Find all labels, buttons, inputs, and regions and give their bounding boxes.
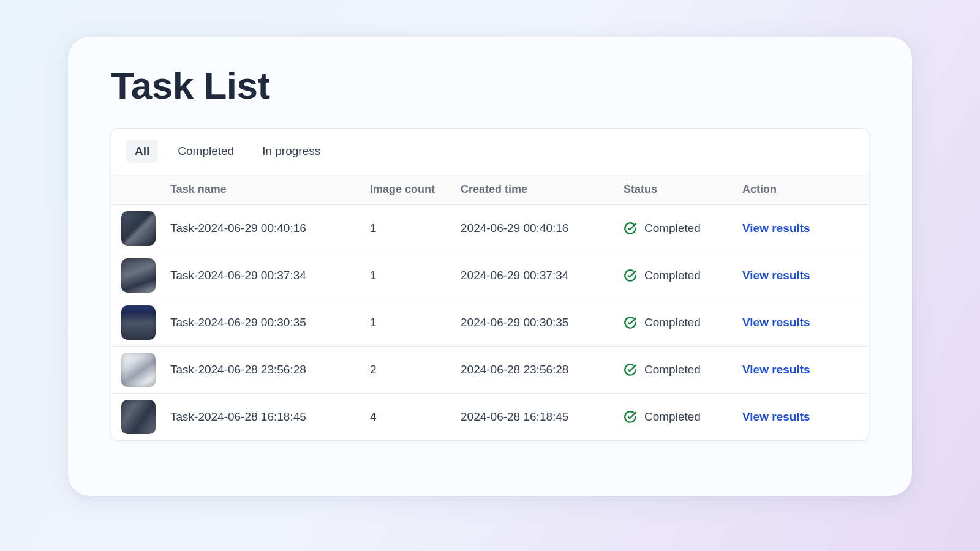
table-row: Task-2024-06-29 00:30:35 1 2024-06-29 00… (111, 299, 869, 347)
image-count-cell: 1 (370, 316, 461, 329)
status-text: Completed (644, 222, 701, 235)
image-count-cell: 2 (370, 363, 461, 377)
tab-in-progress[interactable]: In progress (254, 140, 329, 163)
image-count-cell: 4 (370, 410, 461, 424)
col-task-name: Task name (170, 183, 370, 196)
image-count-cell: 1 (370, 222, 461, 235)
table-row: Task-2024-06-29 00:37:34 1 2024-06-29 00… (111, 252, 869, 299)
status-text: Completed (644, 269, 701, 282)
check-circle-icon (624, 269, 637, 282)
task-thumbnail (121, 258, 156, 293)
col-action: Action (742, 183, 840, 196)
status-text: Completed (644, 363, 701, 377)
status-cell: Completed (624, 410, 742, 424)
check-circle-icon (624, 222, 637, 235)
table-row: Task-2024-06-28 23:56:28 2 2024-06-28 23… (111, 347, 869, 394)
task-thumbnail (121, 353, 156, 387)
task-name-cell: Task-2024-06-29 00:37:34 (170, 269, 370, 282)
created-time-cell: 2024-06-28 23:56:28 (461, 363, 624, 377)
created-time-cell: 2024-06-28 16:18:45 (461, 410, 624, 424)
task-name-cell: Task-2024-06-29 00:30:35 (170, 316, 370, 329)
check-circle-icon (624, 316, 637, 329)
task-name-cell: Task-2024-06-28 16:18:45 (170, 410, 370, 424)
status-text: Completed (644, 316, 701, 329)
check-circle-icon (624, 363, 637, 377)
col-image-count: Image count (370, 183, 461, 196)
status-cell: Completed (624, 269, 742, 282)
view-results-link[interactable]: View results (742, 269, 810, 282)
table-header: Task name Image count Created time Statu… (111, 174, 869, 205)
task-list-card: Task List All Completed In progress Task… (68, 37, 912, 496)
tab-completed[interactable]: Completed (169, 140, 243, 163)
created-time-cell: 2024-06-29 00:37:34 (461, 269, 624, 282)
status-cell: Completed (624, 363, 742, 377)
task-name-cell: Task-2024-06-28 23:56:28 (170, 363, 370, 377)
col-thumbnail (121, 183, 170, 196)
task-table-container: All Completed In progress Task name Imag… (111, 128, 869, 441)
created-time-cell: 2024-06-29 00:30:35 (461, 316, 624, 329)
image-count-cell: 1 (370, 269, 461, 282)
view-results-link[interactable]: View results (742, 410, 810, 423)
status-cell: Completed (624, 316, 742, 329)
table-row: Task-2024-06-28 16:18:45 4 2024-06-28 16… (111, 394, 869, 440)
status-cell: Completed (624, 222, 742, 235)
task-name-cell: Task-2024-06-29 00:40:16 (170, 222, 370, 235)
task-thumbnail (121, 211, 156, 246)
table-row: Task-2024-06-29 00:40:16 1 2024-06-29 00… (111, 205, 869, 252)
filter-tabs: All Completed In progress (111, 129, 869, 174)
view-results-link[interactable]: View results (742, 363, 810, 376)
created-time-cell: 2024-06-29 00:40:16 (461, 222, 624, 235)
task-thumbnail (121, 400, 156, 434)
tab-all[interactable]: All (126, 140, 158, 163)
col-status: Status (624, 183, 742, 196)
status-text: Completed (644, 410, 701, 424)
task-thumbnail (121, 305, 156, 340)
col-created-time: Created time (461, 183, 624, 196)
check-circle-icon (624, 410, 637, 424)
table-body: Task-2024-06-29 00:40:16 1 2024-06-29 00… (111, 205, 869, 440)
view-results-link[interactable]: View results (742, 316, 810, 329)
page-title: Task List (111, 64, 869, 107)
view-results-link[interactable]: View results (742, 222, 810, 234)
